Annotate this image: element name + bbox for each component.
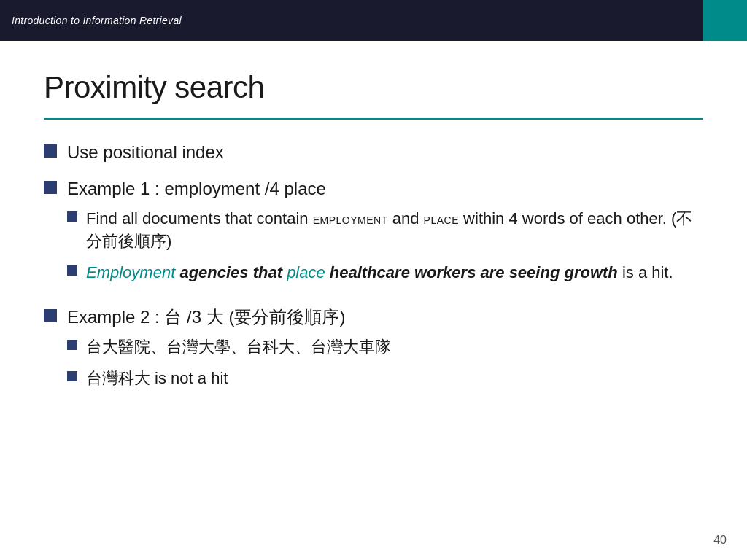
- bullet-marker-2: [44, 181, 57, 194]
- header-bar: Introduction to Information Retrieval: [0, 0, 747, 41]
- sub-bullet-marker-2-2: [67, 265, 77, 276]
- small-caps-employment: employment: [313, 211, 388, 227]
- bullet-item-1: Use positional index: [44, 140, 703, 165]
- sub-bullet-marker-3-2: [67, 371, 77, 381]
- sub-bullet-text-3-2: 台灣科大 is not a hit: [86, 368, 391, 390]
- sub-bullet-marker-3-1: [67, 340, 77, 350]
- bullet-text-2: Example 1 : employment /4 place: [67, 176, 326, 201]
- small-caps-place: place: [424, 211, 459, 227]
- bullet-marker-3: [44, 309, 57, 322]
- bullet-text-1: Use positional index: [67, 140, 703, 165]
- italic-healthcare: healthcare workers are seeing growth: [325, 263, 618, 281]
- sub-bullet-item-3-1: 台大醫院、台灣大學、台科大、台灣大車隊: [67, 336, 391, 359]
- main-content: Proximity search Use positional index Ex…: [0, 41, 747, 432]
- bullet-marker-1: [44, 144, 57, 158]
- sub-bullet-list-2: Find all documents that contain employme…: [67, 208, 703, 292]
- bullet-text-3: Example 2 : 台 /3 大 (要分前後順序): [67, 305, 345, 330]
- header-title: Introduction to Information Retrieval: [12, 15, 182, 26]
- sub-bullet-item-2-1: Find all documents that contain employme…: [67, 208, 703, 253]
- sub-bullet-text-2-2: Employment agencies that place healthcar…: [86, 262, 703, 284]
- italic-agencies: agencies that: [179, 263, 287, 281]
- sub-bullet-list-3: 台大醫院、台灣大學、台科大、台灣大車隊 台灣科大 is not a hit: [67, 336, 391, 399]
- bullet-item-3: Example 2 : 台 /3 大 (要分前後順序) 台大醫院、台灣大學、台科…: [44, 305, 703, 399]
- title-divider: [44, 118, 703, 120]
- sub-bullet-item-3-2: 台灣科大 is not a hit: [67, 368, 391, 390]
- sub-bullet-marker-2-1: [67, 211, 77, 222]
- italic-place: place: [287, 263, 325, 281]
- sub-bullet-text-2-1: Find all documents that contain employme…: [86, 208, 703, 253]
- sub-bullet-text-3-1: 台大醫院、台灣大學、台科大、台灣大車隊: [86, 336, 391, 359]
- italic-employment: Employment: [86, 263, 175, 281]
- slide-title: Proximity search: [44, 70, 703, 105]
- bullet-list: Use positional index Example 1 : employm…: [44, 140, 703, 399]
- bullet-item-2: Example 1 : employment /4 place Find all…: [44, 176, 703, 293]
- sub-bullet-item-2-2: Employment agencies that place healthcar…: [67, 262, 703, 284]
- page-number: 40: [713, 534, 727, 547]
